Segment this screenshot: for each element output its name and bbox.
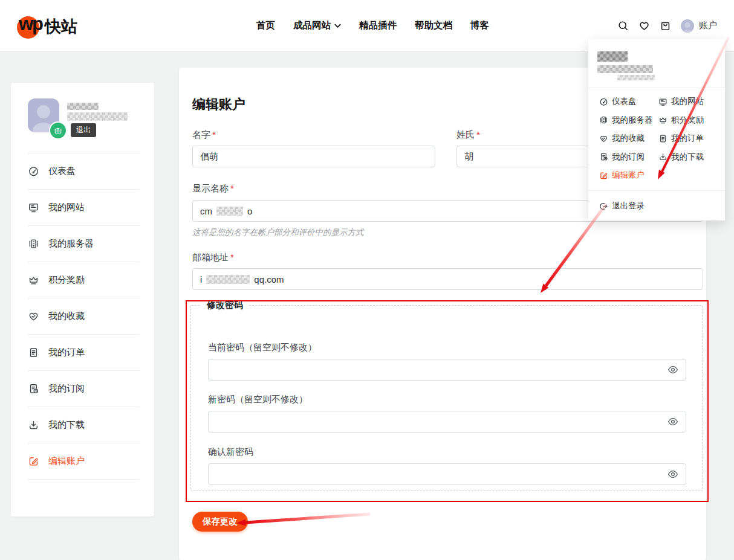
page-title: 编辑账户: [192, 95, 245, 114]
nav-item-home[interactable]: 首页: [256, 19, 275, 32]
subscriptions-icon: [28, 383, 39, 394]
page: wp 快站 首页 成品网站 精品插件 帮助文档 博客 账户 仪表盘 我的网站 我…: [0, 0, 734, 560]
dropdown-item-edit-account[interactable]: 编辑账户: [599, 166, 645, 184]
change-password-legend: 修改密码: [201, 300, 249, 311]
current-password-input[interactable]: [208, 359, 686, 381]
my-website-icon: [28, 202, 39, 213]
censored-username: [597, 51, 628, 62]
nav-item-blog[interactable]: 博客: [470, 19, 489, 32]
dashboard-icon: [599, 97, 608, 106]
logout-chip[interactable]: 退出: [71, 123, 96, 137]
sidebar-profile: 退出: [11, 83, 154, 153]
downloads-icon: [28, 419, 39, 431]
first-name-input[interactable]: [192, 146, 435, 167]
new-password-label: 新密码（留空则不修改）: [208, 394, 308, 405]
orders-icon: [28, 347, 39, 358]
sidebar-item-my-servers[interactable]: 我的服务器: [11, 226, 154, 262]
dashboard-icon: [28, 166, 39, 177]
sidebar-item-rewards[interactable]: 积分奖励: [11, 262, 154, 298]
nav-item-docs[interactable]: 帮助文档: [415, 19, 452, 32]
censored-user-meta: [67, 112, 128, 121]
required-asterisk: *: [230, 183, 234, 193]
change-password-section: 修改密码 当前密码（留空则不修改） 新密码（留空则不修改） 确认新密码: [190, 300, 703, 491]
current-password-field: [208, 359, 686, 381]
new-password-input[interactable]: [208, 411, 686, 433]
current-password-label: 当前密码（留空则不修改）: [208, 342, 317, 353]
dropdown-item-logout[interactable]: 退出登录: [599, 196, 645, 216]
dropdown-divider: [588, 190, 725, 191]
sidebar-item-orders[interactable]: 我的订单: [11, 335, 154, 370]
dropdown-item-favorites[interactable]: 我的收藏: [599, 129, 658, 148]
dropdown-item-my-websites[interactable]: 我的网站: [658, 92, 718, 111]
favorites-icon: [599, 134, 608, 143]
censored-user-info-2: [617, 75, 655, 80]
camera-icon: [54, 126, 62, 135]
chevron-down-icon: [334, 24, 341, 28]
rewards-icon: [28, 274, 39, 286]
subscriptions-icon: [599, 152, 608, 161]
my-website-icon: [658, 97, 667, 106]
required-asterisk: *: [230, 252, 234, 262]
confirm-password-input[interactable]: [208, 463, 686, 485]
change-avatar-camera-button[interactable]: [49, 121, 67, 140]
search-icon[interactable]: [617, 20, 629, 31]
dropdown-item-rewards[interactable]: 积分奖励: [658, 111, 718, 130]
account-sidebar: 退出 仪表盘 我的网站 我的服务器 积分奖励 我的收藏 我的订单 我的订阅 我的…: [11, 83, 154, 517]
censored-email-part: [206, 275, 250, 284]
email-input[interactable]: i qq.com: [192, 268, 703, 290]
nav-item-plugins[interactable]: 精品插件: [359, 19, 397, 32]
account-avatar[interactable]: [681, 19, 694, 33]
sidebar-divider: [28, 479, 140, 480]
edit-icon: [28, 455, 39, 467]
censored-display-name-part: [216, 207, 243, 216]
new-password-field: [208, 411, 686, 433]
sidebar-item-my-websites[interactable]: 我的网站: [11, 190, 154, 225]
sidebar-item-favorites[interactable]: 我的收藏: [11, 298, 154, 334]
wishlist-heart-icon[interactable]: [638, 20, 650, 31]
my-server-icon: [28, 238, 39, 249]
dropdown-item-dashboard[interactable]: 仪表盘: [599, 92, 658, 111]
sidebar-item-edit-account[interactable]: 编辑账户: [11, 443, 154, 479]
required-asterisk: *: [476, 129, 480, 140]
edit-icon: [599, 171, 608, 180]
brand-logo-wp: wp: [19, 13, 42, 35]
dropdown-item-downloads[interactable]: 我的下载: [658, 148, 718, 167]
dropdown-item-orders[interactable]: 我的订单: [658, 129, 718, 148]
brand-logo[interactable]: wp 快站: [17, 11, 89, 41]
sidebar-item-dashboard[interactable]: 仪表盘: [11, 153, 154, 189]
last-name-label: 姓氏*: [456, 129, 480, 141]
brand-logo-name: 快站: [45, 16, 77, 37]
first-name-label: 名字*: [192, 129, 216, 141]
email-label: 邮箱地址*: [192, 252, 234, 263]
display-name-help-text: 这将是您的名字在帐户部分和评价中的显示方式: [192, 227, 364, 238]
show-password-eye-icon[interactable]: [667, 468, 679, 480]
display-name-label: 显示名称*: [192, 183, 234, 195]
censored-display-name: [67, 103, 99, 110]
cart-bag-icon[interactable]: [660, 20, 671, 31]
confirm-password-label: 确认新密码: [208, 446, 253, 458]
downloads-icon: [658, 152, 667, 161]
main-nav: 首页 成品网站 精品插件 帮助文档 博客: [256, 0, 489, 51]
sidebar-item-downloads[interactable]: 我的下载: [11, 407, 154, 443]
dropdown-item-my-servers[interactable]: 我的服务器: [599, 111, 658, 130]
account-menu-label[interactable]: 账户: [699, 20, 717, 31]
logout-icon: [599, 202, 608, 211]
dropdown-menu-grid: 仪表盘 我的网站 我的服务器 积分奖励 我的收藏 我的订单 我的订阅 我的下载: [599, 92, 718, 166]
show-password-eye-icon[interactable]: [667, 416, 679, 428]
save-changes-button[interactable]: 保存更改: [192, 512, 248, 532]
required-asterisk: *: [212, 129, 216, 140]
orders-icon: [658, 134, 667, 143]
nav-item-finished-sites[interactable]: 成品网站: [293, 19, 341, 32]
censored-user-info: [597, 65, 653, 73]
show-password-eye-icon[interactable]: [667, 364, 679, 376]
dropdown-item-subscriptions[interactable]: 我的订阅: [599, 148, 658, 167]
account-dropdown-panel: 仪表盘 我的网站 我的服务器 积分奖励 我的收藏 我的订单 我的订阅 我的下载 …: [588, 39, 725, 220]
my-server-icon: [599, 115, 608, 124]
sidebar-item-subscriptions[interactable]: 我的订阅: [11, 371, 154, 407]
dropdown-divider: [588, 88, 725, 88]
confirm-password-field: [208, 463, 686, 485]
favorites-icon: [28, 311, 39, 322]
rewards-icon: [658, 115, 667, 124]
